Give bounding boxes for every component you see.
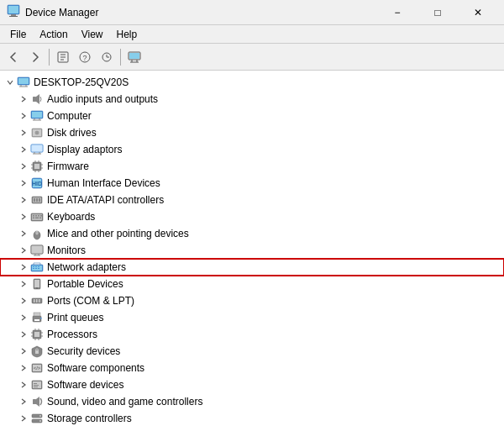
svg-point-112 bbox=[39, 415, 41, 417]
portable-icon bbox=[30, 277, 44, 291]
svg-rect-53 bbox=[39, 198, 40, 202]
list-item[interactable]: Storage controllers bbox=[0, 410, 504, 426]
item-chevron bbox=[17, 294, 30, 308]
svg-rect-78 bbox=[38, 268, 39, 269]
svg-rect-87 bbox=[34, 313, 40, 316]
menu-file[interactable]: File bbox=[3, 27, 33, 42]
storage-icon bbox=[30, 412, 44, 425]
back-button[interactable] bbox=[3, 47, 24, 67]
list-item[interactable]: Print queues bbox=[0, 309, 504, 326]
properties-button[interactable] bbox=[53, 47, 73, 67]
list-item[interactable]: Monitors bbox=[0, 242, 504, 259]
item-chevron bbox=[17, 160, 30, 173]
svg-rect-61 bbox=[39, 218, 41, 219]
svg-rect-21 bbox=[33, 97, 36, 102]
audio-icon bbox=[30, 92, 44, 106]
item-label: Computer bbox=[47, 110, 92, 122]
list-item[interactable]: Security devices bbox=[0, 343, 504, 360]
monitor-icon bbox=[30, 244, 44, 257]
svg-rect-62 bbox=[40, 215, 42, 217]
item-label: Print queues bbox=[47, 312, 103, 323]
item-chevron bbox=[17, 311, 30, 324]
svg-rect-108 bbox=[34, 387, 38, 387]
list-item[interactable]: Display adaptors bbox=[0, 141, 504, 158]
item-chevron bbox=[17, 344, 30, 358]
svg-rect-60 bbox=[35, 218, 39, 219]
forward-button[interactable] bbox=[25, 47, 45, 67]
menu-view[interactable]: View bbox=[75, 27, 110, 42]
help-button[interactable]: ? bbox=[75, 47, 95, 67]
item-label: Sound, video and game controllers bbox=[47, 396, 202, 408]
list-item[interactable]: Software devices bbox=[0, 376, 504, 393]
svg-point-30 bbox=[36, 132, 38, 134]
list-item[interactable]: Audio inputs and outputs bbox=[0, 91, 504, 108]
list-item[interactable]: Disk drives bbox=[0, 124, 504, 141]
item-label: Audio inputs and outputs bbox=[47, 93, 158, 105]
svg-rect-106 bbox=[34, 383, 37, 384]
maximize-button[interactable]: □ bbox=[418, 0, 457, 25]
svg-rect-67 bbox=[32, 246, 42, 253]
list-item[interactable]: IDE ATA/ATAPI controllers bbox=[0, 192, 504, 208]
list-item[interactable]: Processors bbox=[0, 326, 504, 343]
network-icon bbox=[30, 260, 44, 274]
network-adapters-label: Network adapters bbox=[47, 261, 126, 273]
item-chevron bbox=[17, 143, 30, 156]
svg-rect-17 bbox=[18, 78, 29, 84]
svg-rect-37 bbox=[34, 164, 39, 169]
svg-rect-76 bbox=[33, 268, 34, 269]
svg-text:HID: HID bbox=[32, 181, 42, 187]
item-chevron bbox=[17, 361, 30, 375]
list-item[interactable]: HID Human Interface Devices bbox=[0, 175, 504, 192]
window-controls: − □ ✕ bbox=[378, 0, 497, 25]
menu-help[interactable]: Help bbox=[110, 27, 144, 42]
device-tree: DESKTOP-25QV20S Audio inputs and outputs bbox=[0, 71, 504, 426]
monitor-button[interactable] bbox=[124, 47, 144, 67]
svg-rect-73 bbox=[33, 266, 34, 267]
item-chevron bbox=[17, 109, 30, 123]
svg-rect-100 bbox=[35, 350, 39, 354]
keyboard-icon bbox=[30, 210, 44, 224]
list-item[interactable]: Mice and other pointing devices bbox=[0, 225, 504, 242]
computer-small-icon bbox=[30, 109, 44, 123]
svg-rect-109 bbox=[33, 399, 36, 404]
ports-icon bbox=[30, 294, 44, 308]
list-item[interactable]: Ports (COM & LPT) bbox=[0, 292, 504, 309]
svg-rect-74 bbox=[35, 266, 37, 267]
svg-rect-56 bbox=[33, 215, 34, 217]
menu-action[interactable]: Action bbox=[33, 27, 74, 42]
item-chevron bbox=[17, 260, 30, 274]
svg-rect-88 bbox=[34, 319, 39, 321]
list-item[interactable]: </> Software components bbox=[0, 360, 504, 376]
svg-rect-85 bbox=[39, 299, 40, 302]
svg-text:</>: </> bbox=[34, 366, 41, 371]
cpu-icon bbox=[30, 328, 44, 341]
item-chevron bbox=[17, 277, 30, 291]
item-label: Storage controllers bbox=[47, 413, 132, 424]
svg-rect-2 bbox=[11, 14, 16, 16]
toolbar-separator-2 bbox=[120, 49, 121, 66]
list-item[interactable]: Firmware bbox=[0, 158, 504, 175]
item-label: Disk drives bbox=[47, 127, 97, 139]
list-item[interactable]: Sound, video and game controllers bbox=[0, 393, 504, 410]
main-content[interactable]: DESKTOP-25QV20S Audio inputs and outputs bbox=[0, 71, 504, 426]
scan-button[interactable] bbox=[97, 47, 117, 67]
svg-rect-80 bbox=[34, 280, 39, 287]
svg-rect-83 bbox=[34, 299, 35, 302]
window-title: Device Manager bbox=[25, 7, 98, 18]
close-button[interactable]: ✕ bbox=[459, 0, 497, 25]
svg-point-81 bbox=[36, 287, 38, 289]
tree-root-item[interactable]: DESKTOP-25QV20S bbox=[0, 74, 504, 91]
list-item[interactable]: Computer bbox=[0, 108, 504, 124]
svg-text:?: ? bbox=[82, 54, 87, 62]
item-label: Portable Devices bbox=[47, 278, 123, 290]
list-item[interactable]: Keyboards bbox=[0, 208, 504, 225]
item-label: IDE ATA/ATAPI controllers bbox=[47, 194, 164, 206]
item-label: Monitors bbox=[47, 245, 86, 256]
list-item[interactable]: Portable Devices bbox=[0, 276, 504, 292]
svg-rect-59 bbox=[33, 218, 34, 219]
svg-rect-77 bbox=[35, 268, 37, 269]
item-label: Ports (COM & LPT) bbox=[47, 295, 134, 307]
svg-rect-52 bbox=[36, 198, 38, 202]
network-adapters-item[interactable]: Network adapters bbox=[0, 259, 504, 276]
minimize-button[interactable]: − bbox=[378, 0, 417, 25]
